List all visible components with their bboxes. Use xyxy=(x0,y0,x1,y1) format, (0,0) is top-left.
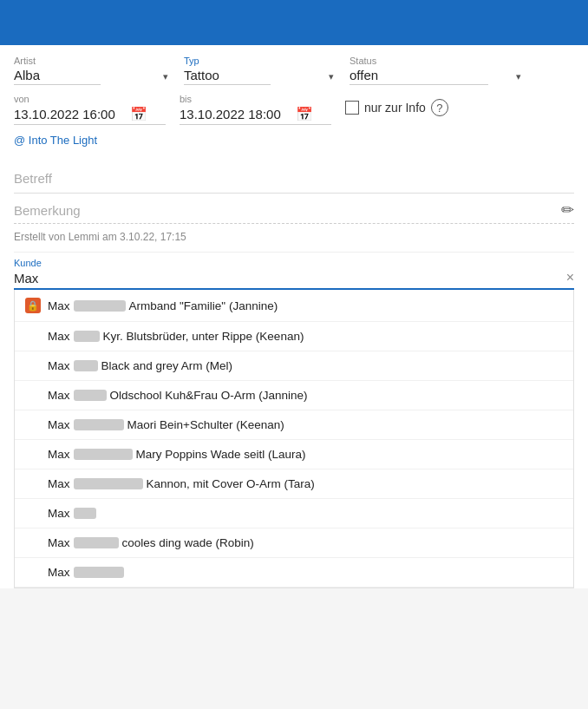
typ-select-wrapper: Tattoo ▾ xyxy=(184,68,336,85)
status-select-wrapper: offen ▾ xyxy=(350,68,523,85)
item-description: Maori Bein+Schulter (Keenan) xyxy=(127,418,284,431)
item-name-blur xyxy=(74,449,133,460)
artist-select[interactable]: Alba xyxy=(14,68,101,85)
item-name-blur xyxy=(74,567,124,578)
status-select[interactable]: offen xyxy=(350,68,488,85)
location-row: @ Into The Light xyxy=(14,134,574,147)
kunde-section: Kunde × xyxy=(14,252,574,290)
bemerkung-row: Bemerkung ✏ xyxy=(14,194,574,224)
bemerkung-placeholder: Bemerkung xyxy=(14,203,81,218)
item-description: Armband "Familie" (Jannine) xyxy=(129,299,278,312)
kunde-clear-icon[interactable]: × xyxy=(566,270,574,286)
item-description: Black and grey Arm (Mel) xyxy=(101,359,233,372)
item-name: Max xyxy=(48,477,70,490)
dropdown-item[interactable]: Max Oldschool Kuh&Frau O-Arm (Jannine) xyxy=(15,381,573,410)
dropdown-item[interactable]: Max xyxy=(15,499,573,528)
item-name-blur xyxy=(74,390,107,401)
nur-info-checkbox[interactable] xyxy=(345,101,359,115)
item-description: Mary Poppins Wade seitl (Laura) xyxy=(136,448,306,461)
edit-icon[interactable]: ✏ xyxy=(561,200,574,220)
betreff-input[interactable] xyxy=(14,167,574,189)
item-name: Max xyxy=(48,536,70,549)
item-name: Max xyxy=(48,566,70,579)
kunde-label: Kunde xyxy=(14,258,574,268)
dropdown-item[interactable]: Max Mary Poppins Wade seitl (Laura) xyxy=(15,440,573,469)
status-label: Status xyxy=(350,56,523,66)
item-name: Max xyxy=(48,418,70,431)
betreff-field xyxy=(14,161,574,194)
dropdown-item[interactable]: Max Maori Bein+Schulter (Keenan) xyxy=(15,410,573,440)
item-description: cooles ding wade (Robin) xyxy=(122,536,254,549)
dropdown-item[interactable]: Max xyxy=(15,558,573,588)
help-icon[interactable]: ? xyxy=(431,99,448,116)
typ-label: Typ xyxy=(184,56,336,66)
typ-select[interactable]: Tattoo xyxy=(184,68,271,85)
von-calendar-icon[interactable]: 📅 xyxy=(130,106,147,122)
kunde-input[interactable] xyxy=(14,271,566,286)
nur-info-label: nur zur Info xyxy=(364,101,426,115)
dropdown-item[interactable]: Max Kannon, mit Cover O-Arm (Tara) xyxy=(15,469,573,499)
item-name-blur xyxy=(74,478,143,489)
item-name-blur xyxy=(74,360,98,371)
item-name-blur xyxy=(74,508,96,519)
kunde-dropdown-list: 🔒Max Armband "Familie" (Jannine)Max Kyr.… xyxy=(14,290,574,588)
nur-info-wrapper: nur zur Info ? xyxy=(345,99,448,118)
item-description: Oldschool Kuh&Frau O-Arm (Jannine) xyxy=(110,389,308,402)
item-description: Kannon, mit Cover O-Arm (Tara) xyxy=(147,477,315,490)
item-name: Max xyxy=(48,330,70,343)
von-label: von xyxy=(14,94,166,104)
von-field-group: von 📅 xyxy=(14,94,166,125)
typ-field-group: Typ Tattoo ▾ xyxy=(184,56,336,85)
status-chevron-icon: ▾ xyxy=(516,71,521,82)
item-icon: 🔒 xyxy=(25,298,41,313)
bis-datetime-wrapper: 📅 xyxy=(180,106,331,125)
dropdown-item[interactable]: Max Kyr. Blutsbrüder, unter Rippe (Keena… xyxy=(15,322,573,351)
item-name: Max xyxy=(48,507,70,520)
item-name: Max xyxy=(48,448,70,461)
location-at: @ xyxy=(14,134,29,147)
kunde-input-row: × xyxy=(14,270,574,290)
status-field-group: Status offen ▾ xyxy=(350,56,523,85)
bis-label: bis xyxy=(180,94,331,104)
form-container: Artist Alba ▾ Typ Tattoo ▾ Status offen xyxy=(0,45,588,588)
created-info: Erstellt von Lemmi am 3.10.22, 17:15 xyxy=(14,224,574,252)
artist-select-wrapper: Alba ▾ xyxy=(14,68,170,85)
dropdown-item[interactable]: Max cooles ding wade (Robin) xyxy=(15,528,573,558)
item-name-blur xyxy=(74,419,124,430)
item-description: Kyr. Blutsbrüder, unter Rippe (Keenan) xyxy=(103,330,304,343)
bis-field-group: bis 📅 xyxy=(180,94,331,125)
location-name: Into The Light xyxy=(29,134,97,147)
von-datetime-wrapper: 📅 xyxy=(14,106,166,125)
row-von-bis-info: von 📅 bis 📅 nur zur Info ? xyxy=(14,94,574,125)
artist-chevron-icon: ▾ xyxy=(163,71,168,82)
item-name-blur xyxy=(74,537,119,548)
item-name-blur xyxy=(74,331,100,342)
von-input[interactable] xyxy=(14,107,127,121)
dropdown-item[interactable]: 🔒Max Armband "Familie" (Jannine) xyxy=(15,290,573,322)
item-name: Max xyxy=(48,359,70,372)
artist-label: Artist xyxy=(14,56,170,66)
item-name-blur xyxy=(74,300,126,312)
dropdown-item[interactable]: Max Black and grey Arm (Mel) xyxy=(15,351,573,381)
artist-field-group: Artist Alba ▾ xyxy=(14,56,170,85)
top-bar xyxy=(0,0,588,45)
row-artist-typ-status: Artist Alba ▾ Typ Tattoo ▾ Status offen xyxy=(14,56,574,85)
bis-input[interactable] xyxy=(180,107,292,121)
typ-chevron-icon: ▾ xyxy=(329,71,334,82)
item-name: Max xyxy=(48,389,70,402)
item-name: Max xyxy=(48,299,70,312)
bis-calendar-icon[interactable]: 📅 xyxy=(296,106,313,122)
